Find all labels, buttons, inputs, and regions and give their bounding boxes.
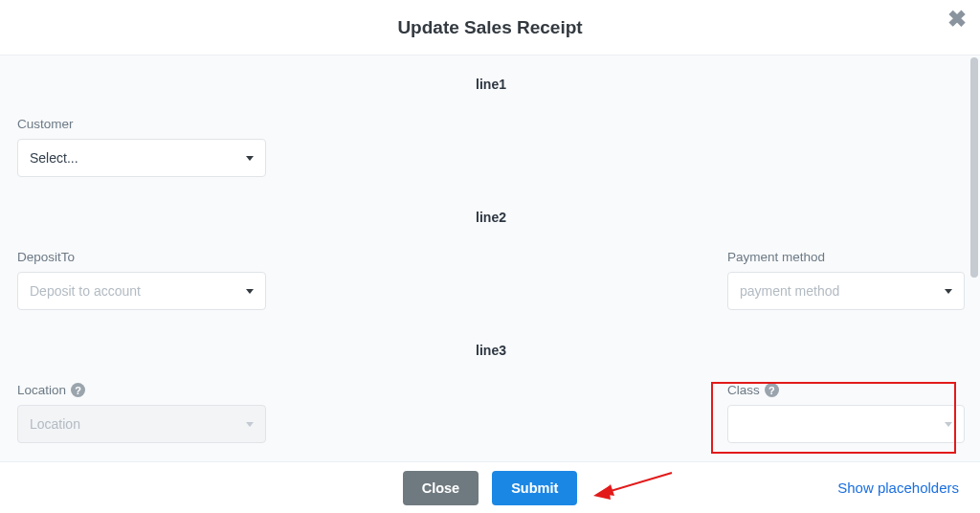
location-label: Location ? [17,383,266,397]
deposit-to-select[interactable]: Deposit to account [17,272,266,310]
location-label-text: Location [17,383,66,397]
section-line2-label: line2 [17,210,965,225]
update-sales-receipt-modal: Update Sales Receipt ✖ line1 Customer Se… [0,0,980,513]
help-icon[interactable]: ? [71,383,85,397]
class-label: Class ? [727,383,965,397]
section-line1-label: line1 [17,77,965,92]
customer-label: Customer [17,117,266,131]
payment-method-label: Payment method [727,250,965,264]
modal-footer: Close Submit Show placeholders [0,461,980,513]
customer-select-value: Select... [30,150,78,166]
modal-title: Update Sales Receipt [0,0,980,56]
submit-button[interactable]: Submit [492,471,577,505]
location-select-value: Location [30,416,80,432]
payment-method-select-value: payment method [740,283,839,299]
class-label-text: Class [727,383,760,397]
location-select[interactable]: Location [17,405,266,443]
class-select[interactable] [727,405,965,443]
section-line3-label: line3 [17,343,965,358]
chevron-down-icon [246,422,254,427]
help-icon[interactable]: ? [765,383,779,397]
deposit-to-label: DepositTo [17,250,266,264]
show-placeholders-link[interactable]: Show placeholders [837,480,959,496]
chevron-down-icon [945,289,952,294]
close-icon[interactable]: ✖ [947,6,967,33]
deposit-to-select-value: Deposit to account [30,283,141,299]
chevron-down-icon [246,289,254,294]
chevron-down-icon [945,422,952,427]
customer-select[interactable]: Select... [17,139,266,177]
modal-header: Update Sales Receipt ✖ [0,0,980,56]
payment-method-select[interactable]: payment method [727,272,965,310]
modal-body: line1 Customer Select... line2 DepositTo… [0,56,980,461]
chevron-down-icon [246,156,254,161]
close-button[interactable]: Close [403,471,479,505]
scrollbar-thumb[interactable] [970,57,978,278]
